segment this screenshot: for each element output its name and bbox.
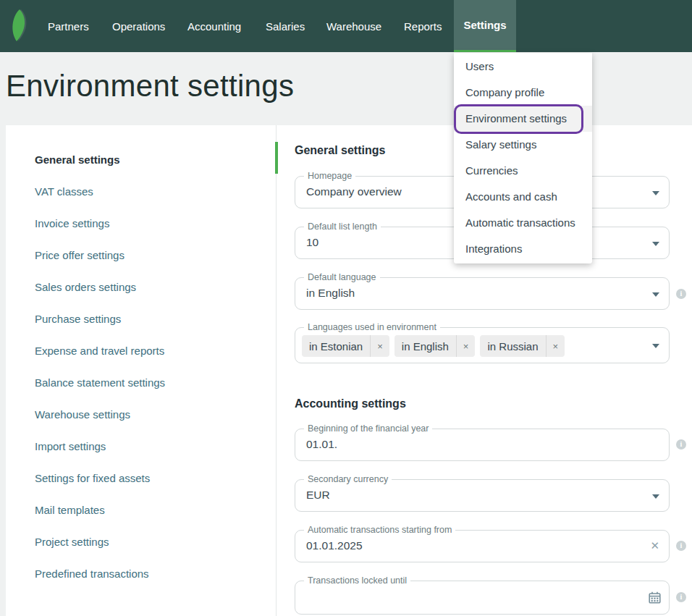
active-section-accent-bar bbox=[275, 142, 278, 174]
menu-item-accounts-and-cash[interactable]: Accounts and cash bbox=[454, 184, 592, 210]
field-financial-year-start[interactable]: Beginning of the financial year 01.01. bbox=[295, 429, 670, 461]
field-value: 01.01. bbox=[306, 438, 337, 451]
nav-item-settings-active[interactable]: Settings bbox=[454, 0, 516, 52]
chevron-down-icon[interactable] bbox=[652, 242, 659, 246]
chip-label: in English bbox=[394, 335, 456, 357]
field-label: Automatic transactions starting from bbox=[304, 525, 455, 536]
info-icon[interactable]: i bbox=[676, 592, 686, 602]
menu-item-company-profile[interactable]: Company profile bbox=[454, 80, 592, 106]
calendar-icon[interactable] bbox=[649, 591, 661, 604]
field-transactions-locked-until[interactable]: Transactions locked until bbox=[295, 581, 670, 615]
sidebar-item-import-settings[interactable]: Import settings bbox=[6, 430, 276, 462]
field-value: 01.01.2025 bbox=[306, 539, 363, 552]
field-label: Homepage bbox=[304, 171, 355, 182]
field-label: Secondary currency bbox=[304, 474, 392, 485]
menu-item-users[interactable]: Users bbox=[454, 54, 592, 80]
chevron-down-icon[interactable] bbox=[652, 292, 659, 297]
nav-item-accounting[interactable]: Accounting bbox=[187, 0, 241, 52]
chip-english: in English × bbox=[394, 335, 476, 357]
menu-item-currencies[interactable]: Currencies bbox=[454, 158, 592, 184]
section-heading-accounting: Accounting settings bbox=[295, 397, 406, 410]
menu-item-automatic-transactions[interactable]: Automatic transactions bbox=[454, 210, 592, 236]
sidebar-item-purchase-settings[interactable]: Purchase settings bbox=[6, 303, 276, 334]
chevron-down-icon[interactable] bbox=[652, 344, 659, 348]
field-default-language[interactable]: Default language in English bbox=[295, 277, 670, 310]
nav-item-partners[interactable]: Partners bbox=[48, 0, 89, 52]
sidebar-item-warehouse-settings[interactable]: Warehouse settings bbox=[6, 398, 276, 430]
nav-item-reports[interactable]: Reports bbox=[404, 0, 442, 52]
sidebar-item-invoice-settings[interactable]: Invoice settings bbox=[6, 207, 276, 239]
info-icon[interactable]: i bbox=[676, 289, 686, 299]
chip-remove-icon[interactable]: × bbox=[546, 335, 565, 357]
sidebar-item-vat-classes[interactable]: VAT classes bbox=[6, 175, 276, 207]
chevron-down-icon[interactable] bbox=[652, 494, 659, 499]
sidebar-item-general-settings[interactable]: General settings bbox=[6, 143, 276, 175]
info-icon[interactable]: i bbox=[676, 439, 686, 450]
chip-estonian: in Estonian × bbox=[302, 335, 389, 357]
app-logo-leaf-icon[interactable] bbox=[10, 9, 29, 42]
field-value: EUR bbox=[306, 489, 330, 502]
page-title: Environment settings bbox=[6, 69, 294, 104]
field-label: Transactions locked until bbox=[304, 575, 410, 586]
chip-remove-icon[interactable]: × bbox=[456, 335, 476, 357]
sidebar-item-price-offer-settings[interactable]: Price offer settings bbox=[6, 239, 276, 271]
chip-label: in Estonian bbox=[302, 335, 370, 357]
field-value: in English bbox=[306, 287, 355, 300]
field-value: Company overview bbox=[306, 185, 402, 198]
language-chip-list: in Estonian × in English × in Russian × bbox=[302, 335, 565, 357]
chip-remove-icon[interactable]: × bbox=[370, 335, 389, 357]
sidebar-item-balance-statement-settings[interactable]: Balance statement settings bbox=[6, 366, 276, 398]
sidebar-item-predefined-transactions[interactable]: Predefined transactions bbox=[6, 557, 276, 589]
section-heading-general: General settings bbox=[295, 144, 385, 157]
menu-item-environment-settings[interactable]: Environment settings bbox=[454, 106, 592, 132]
chevron-down-icon[interactable] bbox=[652, 191, 659, 195]
field-label: Default list length bbox=[304, 221, 381, 232]
top-navigation-bar: Partners Operations Accounting Salaries … bbox=[0, 0, 692, 52]
info-icon[interactable]: i bbox=[676, 541, 686, 551]
field-automatic-transactions-start[interactable]: Automatic transactions starting from 01.… bbox=[295, 530, 670, 562]
field-languages-used[interactable]: Languages used in environment in Estonia… bbox=[295, 327, 670, 363]
settings-dropdown-menu: Users Company profile Environment settin… bbox=[454, 53, 592, 263]
sidebar-item-project-settings[interactable]: Project settings bbox=[6, 526, 276, 557]
menu-item-salary-settings[interactable]: Salary settings bbox=[454, 132, 592, 158]
field-value: 10 bbox=[306, 236, 318, 249]
field-secondary-currency[interactable]: Secondary currency EUR bbox=[295, 479, 670, 512]
nav-item-warehouse[interactable]: Warehouse bbox=[326, 0, 381, 52]
field-label: Languages used in environment bbox=[304, 322, 440, 333]
sidebar-item-mail-templates[interactable]: Mail templates bbox=[6, 494, 276, 526]
chip-russian: in Russian × bbox=[480, 335, 565, 357]
nav-item-operations[interactable]: Operations bbox=[112, 0, 165, 52]
sidebar-item-sales-orders-settings[interactable]: Sales orders settings bbox=[6, 271, 276, 303]
leaf-body bbox=[12, 9, 25, 41]
sidebar-item-expense-travel-reports[interactable]: Expense and travel reports bbox=[6, 334, 276, 366]
chip-label: in Russian bbox=[480, 335, 545, 357]
nav-item-salaries[interactable]: Salaries bbox=[266, 0, 305, 52]
field-label: Default language bbox=[304, 272, 380, 283]
menu-item-integrations[interactable]: Integrations bbox=[454, 236, 592, 262]
clear-icon[interactable]: ✕ bbox=[650, 539, 659, 552]
settings-sidebar: General settings VAT classes Invoice set… bbox=[6, 125, 277, 616]
sidebar-item-fixed-assets-settings[interactable]: Settings for fixed assets bbox=[6, 462, 276, 494]
field-label: Beginning of the financial year bbox=[304, 423, 432, 434]
